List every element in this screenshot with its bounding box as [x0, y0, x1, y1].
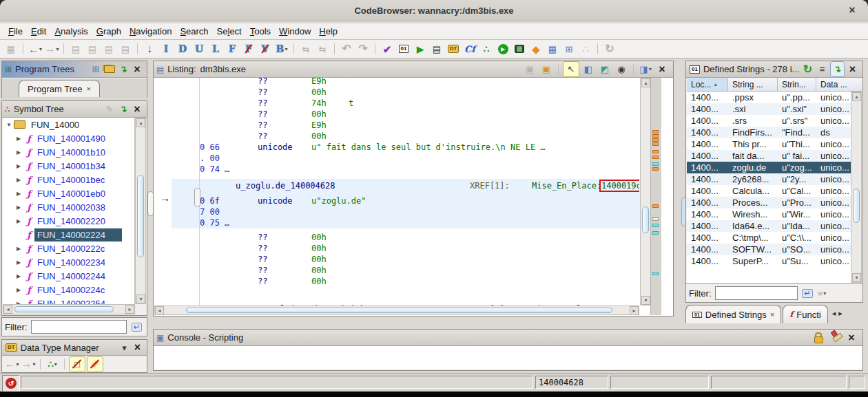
new-tree-icon[interactable]: ⊞: [90, 62, 102, 76]
listing-row[interactable]: ?? 00h: [200, 266, 639, 277]
letter-f-clear-icon[interactable]: F: [241, 42, 256, 56]
menu-item[interactable]: Graph: [92, 25, 125, 38]
defined-string-row[interactable]: 1400... Proces... u"Pro... unico...: [687, 197, 851, 208]
listing-row[interactable]: ?? 00h: [200, 277, 639, 288]
forward-icon[interactable]: →: [21, 357, 36, 372]
window-titlebar[interactable]: CodeBrowser: wannacry:/dm3bis.exe ×: [0, 0, 868, 21]
listing-row[interactable]: . 00: [200, 153, 639, 164]
expand-arrow-icon[interactable]: ▶: [14, 287, 23, 293]
defined-string-row[interactable]: 1400... SOFTW... u"SO... unico...: [687, 244, 851, 255]
listing-row[interactable]: ?? 00h: [200, 109, 639, 120]
snapshot-icon[interactable]: ↴: [117, 62, 130, 76]
column-header-string-value[interactable]: Strin...: [778, 78, 816, 91]
expand-arrow-icon[interactable]: ▶: [14, 163, 23, 169]
window-close-icon[interactable]: ×: [845, 3, 860, 18]
diff-view-icon[interactable]: ◩: [597, 62, 612, 76]
listing-row[interactable]: 0 66 unicode u" fait dans le seul but d'…: [200, 142, 639, 153]
menu-item[interactable]: Help: [315, 25, 342, 38]
symbol-filter-input[interactable]: [31, 320, 127, 334]
defined-string-row[interactable]: 1400... zoglu.de u"zog... unico...: [687, 162, 851, 173]
symbol-tree-item[interactable]: ▶ ƒ FUN_140002220: [3, 214, 134, 228]
tab-close-icon[interactable]: ×: [86, 85, 90, 93]
symbol-tree-item[interactable]: ▶ ƒ FUN_140001eb0: [3, 186, 134, 200]
expand-arrow-icon[interactable]: ▶: [14, 259, 23, 266]
overview-marker[interactable]: [652, 167, 659, 171]
tree-options-icon[interactable]: ∴: [45, 357, 60, 372]
merge-out-icon[interactable]: ⇆: [315, 42, 330, 56]
listing-row[interactable]: ?? E9h: [200, 78, 639, 87]
console-output[interactable]: [154, 346, 862, 369]
tab-close-icon[interactable]: ×: [770, 310, 774, 319]
cursor-location-icon[interactable]: ↖: [563, 61, 579, 77]
defined-string-row[interactable]: 1400... .ppsx u".pp... unico...: [687, 92, 851, 103]
listing-header[interactable]: ▤ Listing: dm3bis.exe ▣▣↖◧◩◉◨×: [154, 61, 673, 78]
letter-f-icon[interactable]: F: [225, 42, 240, 56]
symbol-tree-vscrollbar[interactable]: ▴ ▾: [135, 118, 146, 304]
overview-marker[interactable]: [652, 231, 659, 235]
symbol-tree-header[interactable]: ∴ Symbol Tree ✎↴×: [2, 101, 147, 118]
scroll-right-icon[interactable]: ▸: [630, 306, 639, 315]
menu-item[interactable]: Window: [275, 25, 315, 38]
overview-marker[interactable]: [652, 155, 659, 159]
snapshot-camera-icon[interactable]: ◉: [614, 62, 629, 76]
snapshot-icon[interactable]: ↴: [117, 102, 130, 116]
defined-string-row[interactable]: 1400... Wiresh... u"Wir... unico...: [687, 208, 851, 220]
scroll-down-icon[interactable]: ▾: [136, 294, 145, 303]
letter-l-icon[interactable]: L: [208, 42, 223, 56]
symbol-tree-item[interactable]: ▶ ƒ FUN_140001b34: [3, 159, 134, 173]
scroll-left-icon[interactable]: ◂: [3, 305, 12, 314]
defined-string-row[interactable]: 1400... .sxi u".sxi" unico...: [687, 103, 851, 115]
symbol-tree-item[interactable]: ▶ ƒ FUN_140001b10: [3, 145, 134, 159]
menu-item[interactable]: Search: [176, 25, 212, 38]
validate-icon[interactable]: ✔: [380, 42, 395, 56]
toolbar-icon[interactable]: [595, 42, 601, 56]
listing-row[interactable]: 0 6f unicode u"zoglu.de": [200, 196, 639, 207]
strings-vscrollbar[interactable]: ▴ ▾: [851, 92, 862, 283]
tab-scroll-right-icon[interactable]: ▸: [838, 309, 843, 318]
call-tree-icon[interactable]: ∴: [578, 42, 593, 56]
xref-address[interactable]: 1400019ca(*): [599, 180, 639, 192]
letter-d-icon[interactable]: D: [175, 42, 190, 56]
menu-item[interactable]: Navigation: [125, 25, 176, 38]
symbol-tree-item[interactable]: ▶ ƒ FUN_140002234: [3, 255, 134, 269]
data-type-manager-icon[interactable]: DT: [446, 42, 461, 56]
column-header-data-type[interactable]: Data ...: [816, 78, 852, 91]
listing-row[interactable]: ?? 00h: [200, 233, 639, 244]
reload-icon[interactable]: ↻: [602, 42, 617, 56]
redo-icon[interactable]: ↷: [355, 42, 371, 56]
symbol-tree-item[interactable]: ▶ ƒ FUN_14000222c: [3, 242, 134, 255]
strings-filter-input[interactable]: [715, 286, 798, 300]
next-bookmark-icon[interactable]: ▤: [85, 42, 100, 56]
defined-string-row[interactable]: 1400... This pr... u"Thi... unico...: [687, 138, 851, 150]
scroll-up-icon[interactable]: ▴: [852, 92, 861, 101]
close-icon[interactable]: ×: [844, 330, 859, 345]
overview-marker[interactable]: [652, 204, 659, 208]
letter-u-icon[interactable]: U: [192, 42, 207, 56]
panel-options-icon[interactable]: ◨: [638, 62, 653, 76]
letter-b-icon[interactable]: B: [274, 42, 289, 56]
toolbar-icon[interactable]: [372, 42, 378, 56]
disassemble-icon[interactable]: ↓: [142, 42, 157, 56]
tab-scroll-left-icon[interactable]: ◂: [832, 309, 836, 318]
listing-row[interactable]: ?? 00h: [200, 244, 639, 255]
symbol-tree-item[interactable]: ▶ ƒ FUN_14000224c: [3, 283, 134, 297]
defined-string-row[interactable]: 1400... .srs u".srs" unico...: [687, 115, 851, 127]
listing-row[interactable]: 0 74 …: [200, 164, 639, 175]
scroll-thumb[interactable]: [137, 175, 144, 257]
expand-arrow-icon[interactable]: ▶: [14, 191, 23, 197]
toolbar-icon[interactable]: [134, 42, 141, 56]
symbol-tree-item[interactable]: ▶ ƒ FUN_140002254: [3, 297, 134, 304]
toolbar-icon[interactable]: [291, 42, 297, 56]
filter-pointers-icon[interactable]: ✐: [87, 356, 103, 372]
listing-row[interactable]: ?? 00h: [200, 255, 639, 266]
refresh-icon[interactable]: ↻: [801, 62, 814, 76]
defined-string-row[interactable]: 1400... FindFirs... "Find... ds: [687, 127, 851, 138]
tab-scroll-arrows[interactable]: ◂ ▸: [832, 309, 843, 318]
icon[interactable]: [555, 62, 561, 76]
overview-marker[interactable]: [652, 162, 659, 166]
expand-arrow-icon[interactable]: ▶: [14, 246, 23, 252]
toolbar-icon[interactable]: [331, 42, 338, 56]
icon[interactable]: [61, 357, 68, 372]
scroll-down-icon[interactable]: ▾: [852, 273, 861, 282]
defined-strings-header[interactable]: 01 Defined Strings - 278 i... ↻≡↴×: [686, 61, 862, 78]
